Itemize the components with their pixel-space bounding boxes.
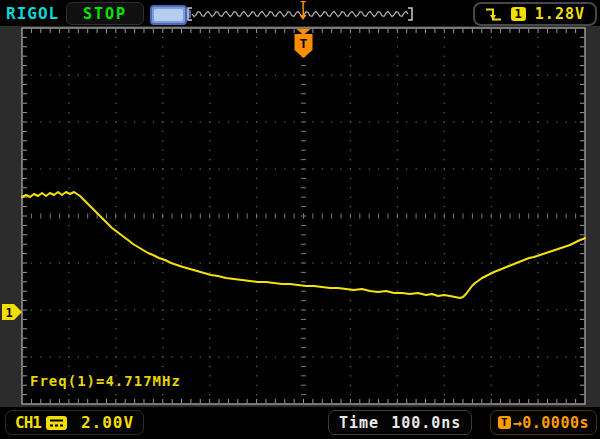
rigol-logo: RIGOL	[6, 4, 59, 23]
scope-display-area: T1 Freq(1)=4.717MHz	[0, 26, 600, 407]
timebase-box[interactable]: Time 100.0ns	[328, 410, 472, 435]
oscilloscope-screen: RIGOL STOP T 1 1.28V T1 Freq(1)=4.717MHz…	[0, 0, 600, 439]
trigger-offset-value: →0.0000s	[513, 414, 589, 432]
battery-nub-icon	[187, 10, 191, 18]
channel1-volts-div: 2.00V	[81, 413, 134, 432]
bottom-status-bar: CH1 2.00V Time 100.0ns T →0.0000s	[0, 407, 600, 439]
memory-trigger-marker[interactable]: T	[300, 0, 307, 20]
channel1-settings-box[interactable]: CH1 2.00V	[5, 410, 144, 435]
time-per-div: 100.0ns	[391, 414, 461, 432]
battery-level-icon	[154, 9, 183, 21]
trigger-offset-icon: T	[498, 416, 511, 429]
frequency-measurement: Freq(1)=4.717MHz	[30, 373, 181, 389]
trigger-source-badge: 1	[511, 7, 526, 21]
svg-text:T: T	[300, 36, 308, 51]
trigger-info-box[interactable]: 1 1.28V	[473, 2, 597, 26]
trigger-offset-box[interactable]: T →0.0000s	[490, 410, 597, 435]
channel1-label: CH1	[15, 413, 41, 432]
top-status-bar: RIGOL STOP T 1 1.28V	[0, 0, 600, 26]
battery-icon	[150, 5, 187, 25]
trigger-level-readout: 1.28V	[535, 5, 585, 23]
run-stop-label: STOP	[83, 5, 127, 23]
time-label: Time	[339, 414, 379, 432]
scope-svg: T1	[0, 26, 600, 407]
falling-edge-icon	[485, 6, 502, 23]
svg-text:T: T	[300, 0, 306, 11]
dc-coupling-icon	[46, 416, 67, 430]
channel1-position-marker[interactable]: 1	[2, 304, 22, 320]
run-stop-status[interactable]: STOP	[66, 2, 144, 25]
svg-text:1: 1	[5, 306, 12, 320]
